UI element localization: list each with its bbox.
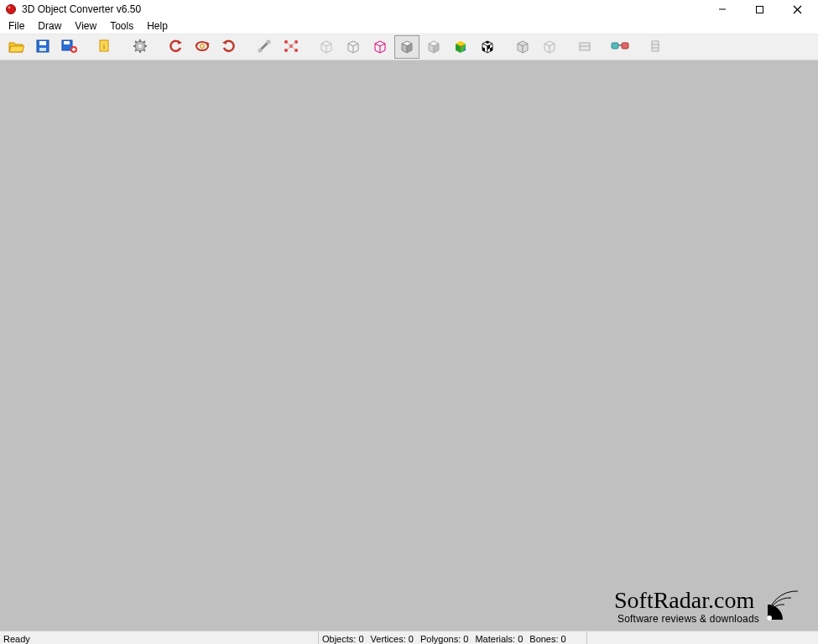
svg-line-40 — [291, 42, 296, 46]
svg-rect-7 — [39, 41, 46, 45]
watermark-title: SoftRadar.com — [614, 589, 759, 612]
info-icon: i — [97, 39, 112, 56]
checker-cube-button[interactable] — [475, 35, 500, 59]
status-ready: Ready — [0, 631, 319, 644]
rotate-icon — [194, 39, 211, 56]
toolbar-separator — [565, 38, 571, 56]
menu-tools[interactable]: Tools — [105, 19, 138, 33]
glasses-icon — [611, 40, 629, 55]
tool-b-button[interactable] — [279, 35, 304, 59]
svg-line-23 — [143, 49, 145, 51]
settings-icon — [133, 39, 148, 56]
rotate-button[interactable] — [190, 35, 215, 59]
cube-a-button[interactable] — [510, 35, 535, 59]
open-button[interactable] — [3, 35, 29, 59]
status-objects-value: 0 — [358, 634, 363, 644]
save-as-button[interactable] — [57, 35, 82, 59]
svg-point-1 — [8, 7, 11, 9]
wire-2-icon — [345, 38, 362, 57]
toolbar-separator — [503, 38, 508, 56]
misc-1-icon — [577, 39, 592, 56]
close-button[interactable] — [779, 0, 816, 18]
info-button[interactable]: i — [92, 35, 117, 59]
toolbar-separator — [307, 38, 312, 56]
misc-2-button[interactable] — [643, 35, 668, 59]
svg-rect-3 — [757, 6, 763, 13]
status-objects-label: Objects: — [322, 634, 356, 644]
status-materials-label: Materials: — [475, 634, 515, 644]
svg-marker-26 — [178, 40, 182, 44]
toolbar-separator — [86, 38, 91, 56]
rotate-left-button[interactable] — [163, 35, 188, 59]
svg-line-39 — [286, 42, 291, 46]
wire-1-icon — [318, 38, 335, 57]
stereo-button[interactable] — [607, 35, 633, 59]
svg-point-32 — [258, 48, 263, 52]
misc-1-button[interactable] — [572, 35, 597, 59]
misc-2-icon — [649, 39, 662, 56]
svg-line-42 — [291, 46, 296, 50]
toolbar-separator — [121, 38, 126, 56]
svg-point-17 — [138, 44, 142, 47]
menu-bar: File Draw View Tools Help — [0, 18, 818, 34]
svg-point-33 — [267, 39, 271, 44]
shaded-2-icon — [425, 38, 442, 57]
svg-point-28 — [201, 44, 205, 48]
color-cube-button[interactable] — [448, 35, 473, 59]
svg-point-51 — [767, 615, 772, 621]
menu-view[interactable]: View — [70, 19, 102, 33]
svg-rect-46 — [622, 43, 628, 49]
tool-b-icon — [283, 39, 300, 56]
save-as-icon — [61, 39, 78, 56]
status-bar: Ready Objects: 0 Vertices: 0 Polygons: 0… — [0, 631, 818, 644]
save-icon — [35, 39, 50, 56]
settings-button[interactable] — [128, 35, 153, 59]
svg-marker-30 — [222, 40, 227, 44]
status-counts: Objects: 0 Vertices: 0 Polygons: 0 Mater… — [319, 631, 587, 644]
svg-rect-48 — [652, 41, 659, 51]
toolbar-separator — [636, 38, 641, 56]
window-title: 3D Object Converter v6.50 — [22, 3, 141, 15]
svg-point-0 — [7, 5, 16, 14]
svg-line-24 — [143, 41, 145, 43]
cube-b-icon — [541, 38, 558, 57]
open-icon — [8, 39, 24, 56]
checker-cube-icon — [479, 38, 496, 57]
save-button[interactable] — [30, 35, 55, 59]
app-icon — [5, 3, 17, 15]
svg-rect-10 — [64, 41, 70, 44]
menu-file[interactable]: File — [3, 19, 29, 33]
wireframe-2-button[interactable] — [341, 35, 366, 59]
svg-line-22 — [135, 41, 137, 43]
menu-help[interactable]: Help — [142, 19, 173, 33]
menu-draw[interactable]: Draw — [33, 19, 66, 33]
status-materials-value: 0 — [518, 634, 523, 644]
status-polygons-value: 0 — [463, 634, 468, 644]
toolbar-separator — [601, 38, 606, 56]
watermark-subtitle: Software reviews & downloads — [614, 614, 759, 624]
svg-line-25 — [135, 49, 137, 51]
svg-rect-8 — [39, 48, 46, 51]
shaded-1-button[interactable] — [394, 35, 419, 59]
tool-a-icon — [257, 39, 272, 56]
svg-rect-13 — [72, 49, 76, 50]
wireframe-1-button[interactable] — [314, 35, 339, 59]
tool-a-button[interactable] — [252, 35, 277, 59]
toolbar-separator — [156, 38, 161, 56]
shaded-2-button[interactable] — [421, 35, 446, 59]
title-bar: 3D Object Converter v6.50 — [0, 0, 818, 18]
rotate-left-icon — [168, 39, 183, 56]
rotate-right-button[interactable] — [216, 35, 242, 59]
status-bones-value: 0 — [561, 634, 566, 644]
wireframe-3-button[interactable] — [367, 35, 393, 59]
maximize-button[interactable] — [741, 0, 779, 18]
status-ready-text: Ready — [3, 634, 30, 644]
cube-b-button[interactable] — [537, 35, 562, 59]
toolbar-separator — [245, 38, 250, 56]
minimize-button[interactable] — [703, 0, 741, 18]
color-cube-icon — [452, 38, 469, 57]
wire-3-icon — [372, 38, 388, 57]
status-vertices-value: 0 — [409, 634, 414, 644]
viewport[interactable]: SoftRadar.com Software reviews & downloa… — [0, 60, 818, 631]
rotate-right-icon — [221, 39, 237, 56]
